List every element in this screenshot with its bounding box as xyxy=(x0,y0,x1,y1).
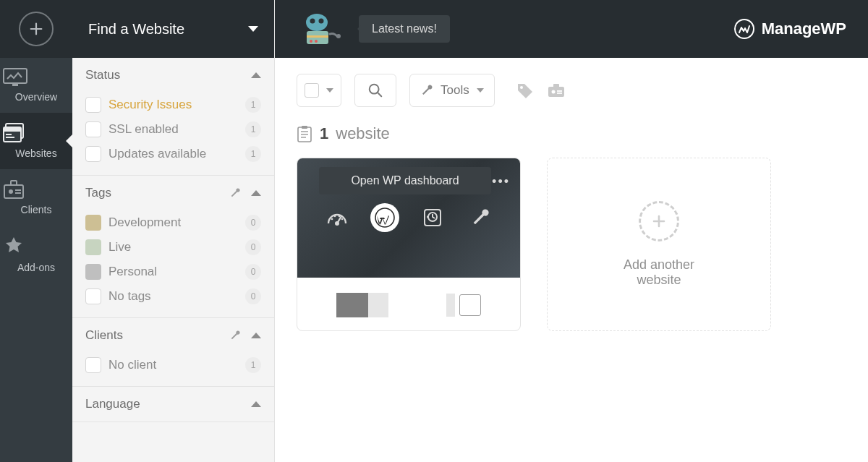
svg-rect-16 xyxy=(307,35,328,38)
svg-rect-8 xyxy=(11,181,17,185)
svg-point-37 xyxy=(339,215,341,218)
checkbox[interactable] xyxy=(85,97,101,113)
svg-point-38 xyxy=(341,218,344,221)
website-card[interactable]: Open WP dashboard ••• xyxy=(297,158,521,331)
checkbox[interactable] xyxy=(85,121,101,137)
tools-dropdown[interactable]: Tools xyxy=(409,74,495,107)
panel-title: Language xyxy=(85,397,140,411)
filter-row-updates[interactable]: Updates available 1 xyxy=(85,142,261,166)
filters-sidebar: Find a Website Status Security Issues 1 … xyxy=(72,0,275,462)
panel-title: Status xyxy=(85,68,120,82)
collapse-icon xyxy=(251,72,261,78)
add-button[interactable] xyxy=(0,0,72,58)
latest-news-button[interactable]: Latest news! xyxy=(359,15,450,43)
filter-count: 1 xyxy=(245,121,261,137)
collapse-icon xyxy=(251,401,261,407)
panel-status: Status Security Issues 1 SSL enabled 1 U… xyxy=(72,58,274,176)
filter-label: No tags xyxy=(109,289,151,304)
panel-tags-header[interactable]: Tags xyxy=(72,176,274,210)
panel-tags: Tags Development 0 Live 0 Personal 0 xyxy=(72,176,274,318)
filter-count: 1 xyxy=(245,146,261,162)
chevron-down-icon xyxy=(248,26,258,32)
card-preview: Open WP dashboard ••• xyxy=(297,158,520,278)
nav-label: Add-ons xyxy=(17,262,55,273)
count-word: website xyxy=(336,124,390,143)
add-card-line1: Add another xyxy=(624,257,694,273)
filter-row-tag-live[interactable]: Live 0 xyxy=(85,235,261,260)
wrench-icon xyxy=(420,84,433,97)
panel-status-header[interactable]: Status xyxy=(72,58,274,93)
topbar: Latest news! ManageWP xyxy=(275,0,868,58)
count-number: 1 xyxy=(320,124,328,143)
brand-name: ManageWP xyxy=(762,20,846,38)
filter-row-ssl[interactable]: SSL enabled 1 xyxy=(85,117,261,142)
svg-rect-5 xyxy=(6,134,12,135)
filter-count: 1 xyxy=(245,357,261,373)
dashboard-icon[interactable] xyxy=(323,203,352,232)
tag-swatch xyxy=(85,239,101,255)
website-grid: Open WP dashboard ••• xyxy=(275,158,868,331)
wordpress-icon[interactable] xyxy=(370,203,399,232)
filter-row-security[interactable]: Security Issues 1 xyxy=(85,93,261,117)
filters-title: Find a Website xyxy=(88,21,184,38)
svg-point-25 xyxy=(551,90,555,94)
chevron-down-icon xyxy=(326,88,333,93)
svg-rect-10 xyxy=(15,189,21,191)
brand-logo-icon xyxy=(734,19,754,39)
svg-point-17 xyxy=(310,40,312,43)
checkbox[interactable] xyxy=(85,146,101,162)
briefcase-icon[interactable] xyxy=(547,82,566,98)
nav-clients[interactable]: Clients xyxy=(0,169,72,226)
find-website-dropdown[interactable]: Find a Website xyxy=(72,0,274,58)
filter-label: SSL enabled xyxy=(109,122,179,137)
svg-point-36 xyxy=(334,215,336,218)
svg-point-22 xyxy=(520,86,523,89)
nav-overview[interactable]: Overview xyxy=(0,58,72,113)
checkbox xyxy=(305,83,319,98)
svg-rect-26 xyxy=(557,90,562,92)
select-all-dropdown[interactable] xyxy=(297,74,341,107)
filter-row-tag-none[interactable]: No tags 0 xyxy=(85,284,261,309)
main-area: Latest news! ManageWP Tools xyxy=(275,0,868,462)
collapse-icon xyxy=(251,190,261,196)
add-website-card[interactable]: Add another website xyxy=(547,158,771,331)
filter-row-tag-dev[interactable]: Development 0 xyxy=(85,210,261,235)
svg-point-35 xyxy=(331,218,333,221)
filter-row-tag-personal[interactable]: Personal 0 xyxy=(85,260,261,284)
panel-clients-header[interactable]: Clients xyxy=(72,318,274,353)
checkbox[interactable] xyxy=(85,357,101,373)
filter-row-no-client[interactable]: No client 1 xyxy=(85,353,261,377)
filter-label: Development xyxy=(109,215,181,230)
svg-rect-23 xyxy=(548,87,564,97)
nav-addons[interactable]: Add-ons xyxy=(0,226,72,283)
tooltip: Open WP dashboard xyxy=(319,167,491,194)
wrench-icon[interactable] xyxy=(229,330,241,341)
checkbox[interactable] xyxy=(85,288,101,304)
collapse-icon xyxy=(251,333,261,338)
svg-line-21 xyxy=(378,93,382,97)
svg-rect-24 xyxy=(553,84,559,87)
svg-line-34 xyxy=(337,216,341,223)
svg-point-12 xyxy=(306,14,328,31)
svg-point-19 xyxy=(336,34,341,38)
filter-count: 0 xyxy=(245,239,261,255)
svg-rect-27 xyxy=(557,93,562,94)
backup-icon[interactable] xyxy=(418,203,447,232)
tag-icon[interactable] xyxy=(516,82,534,98)
tag-swatch xyxy=(85,215,101,231)
nav-websites[interactable]: Websites xyxy=(0,113,72,169)
more-icon[interactable]: ••• xyxy=(492,174,510,189)
clients-icon xyxy=(3,179,69,200)
nav-label: Clients xyxy=(21,204,52,215)
panel-language-header[interactable]: Language xyxy=(72,387,274,422)
plus-dashed-icon xyxy=(639,201,679,241)
overview-icon xyxy=(3,68,69,87)
chevron-down-icon xyxy=(477,88,484,93)
search-button[interactable] xyxy=(354,74,396,107)
clipboard-icon xyxy=(297,125,312,142)
svg-point-14 xyxy=(319,19,324,24)
svg-rect-7 xyxy=(4,185,23,198)
card-footer xyxy=(297,278,520,331)
wrench-icon[interactable] xyxy=(466,203,495,232)
wrench-icon[interactable] xyxy=(229,187,241,199)
